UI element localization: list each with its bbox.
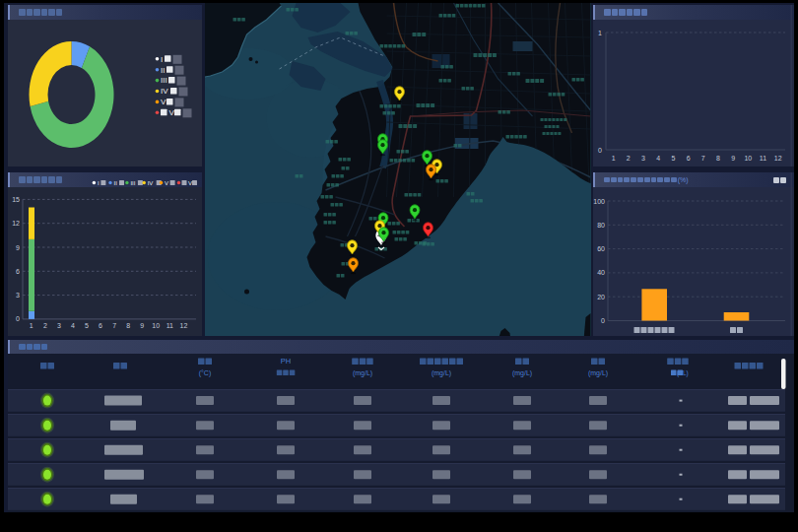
svg-text:11: 11 — [760, 155, 766, 162]
svg-text:20: 20 — [597, 294, 605, 300]
svg-text:3: 3 — [57, 322, 61, 329]
svg-text:IV: IV — [148, 180, 154, 186]
svg-text:I: I — [161, 55, 163, 64]
svg-text:10: 10 — [152, 322, 160, 329]
svg-text:(mg/L): (mg/L) — [353, 369, 372, 377]
svg-text:III: III — [161, 76, 167, 85]
svg-text:8: 8 — [716, 155, 720, 162]
svg-text:0: 0 — [16, 315, 20, 322]
svg-text:3: 3 — [641, 155, 645, 162]
svg-text:3: 3 — [16, 292, 20, 299]
svg-text:1: 1 — [612, 155, 616, 162]
svg-text:4: 4 — [656, 155, 660, 162]
svg-text:7: 7 — [701, 155, 705, 162]
svg-text:6: 6 — [687, 155, 691, 162]
svg-text:5: 5 — [85, 322, 89, 329]
svg-text:80: 80 — [597, 222, 605, 229]
svg-text:7: 7 — [112, 322, 116, 329]
svg-text:IV: IV — [161, 87, 168, 96]
svg-text:/L): /L) — [681, 369, 689, 377]
svg-text:(°C): (°C) — [199, 369, 212, 377]
svg-text:100: 100 — [593, 198, 605, 205]
svg-text:2: 2 — [627, 155, 631, 162]
svg-text:II: II — [161, 66, 165, 75]
svg-text:6: 6 — [99, 322, 102, 329]
svg-text:PH: PH — [281, 357, 291, 366]
svg-text:(mg/L): (mg/L) — [432, 369, 451, 377]
svg-text:10: 10 — [744, 155, 752, 162]
svg-text:0: 0 — [598, 147, 602, 154]
svg-text:1: 1 — [30, 322, 33, 329]
svg-text:60: 60 — [597, 245, 605, 252]
svg-text:4: 4 — [71, 322, 75, 329]
svg-text:(mg/L): (mg/L) — [512, 369, 532, 377]
svg-text:II: II — [114, 180, 118, 186]
svg-text:15: 15 — [12, 196, 20, 203]
svg-text:9: 9 — [16, 244, 20, 251]
svg-text:9: 9 — [731, 155, 735, 162]
svg-text:0: 0 — [601, 317, 605, 324]
svg-text:6: 6 — [16, 268, 20, 275]
svg-text:V: V — [165, 180, 168, 186]
svg-text:40: 40 — [597, 269, 605, 276]
svg-text:I: I — [98, 180, 100, 186]
svg-text:8: 8 — [126, 322, 130, 329]
svg-text:(mg/L): (mg/L) — [588, 369, 608, 377]
svg-text:5: 5 — [671, 155, 675, 162]
svg-text:1: 1 — [598, 30, 602, 36]
svg-text:2: 2 — [43, 322, 47, 329]
svg-text:9: 9 — [140, 322, 144, 329]
svg-text:III: III — [130, 180, 135, 186]
svg-text:12: 12 — [774, 155, 782, 162]
svg-text:V: V — [169, 108, 175, 117]
svg-text:12: 12 — [12, 220, 20, 227]
svg-text:V: V — [188, 180, 192, 186]
svg-text:V: V — [161, 98, 166, 106]
svg-text:12: 12 — [180, 322, 188, 329]
svg-text:11: 11 — [166, 322, 173, 329]
